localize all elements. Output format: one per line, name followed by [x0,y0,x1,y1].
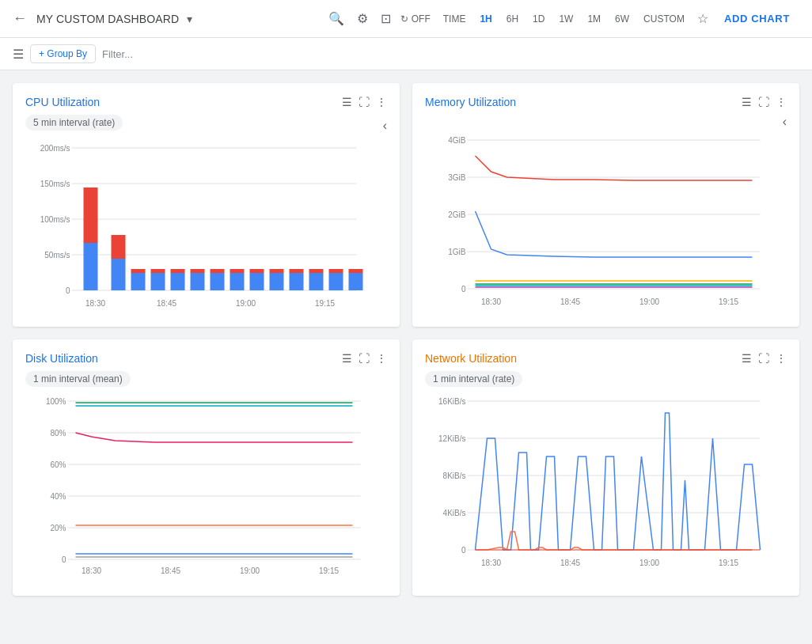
group-by-button[interactable]: + Group By [30,44,96,63]
cpu-card-header: CPU Utilization ☰ ⛶ ⋮ [25,96,387,108]
svg-text:18:45: 18:45 [161,566,180,575]
svg-text:19:00: 19:00 [236,299,256,308]
cpu-chart-title: CPU Utilization [25,96,342,108]
svg-text:18:30: 18:30 [82,566,101,575]
memory-list-icon[interactable]: ☰ [742,96,752,108]
time-btn-6h[interactable]: 6H [500,10,525,28]
time-options: TIME 1H 6H 1D 1W 1M 6W CUSTOM [437,10,691,28]
svg-rect-39 [309,269,324,273]
svg-text:40%: 40% [50,492,66,501]
memory-expand-icon[interactable]: ⛶ [758,96,769,108]
disk-card-icons: ☰ ⛶ ⋮ [342,352,387,365]
svg-rect-38 [290,269,304,273]
svg-rect-34 [211,269,225,273]
time-btn-1w[interactable]: 1W [552,10,579,28]
disk-chart-area: 100% 80% 60% 40% 20% 0 18:30 18:45 19:00… [25,393,387,583]
network-chart-title: Network Utilization [425,352,742,365]
cpu-more-icon[interactable]: ⋮ [376,96,387,108]
network-chart-area: 16KiB/s 12KiB/s 8KiB/s 4KiB/s 0 18:30 18… [425,393,787,583]
svg-rect-19 [191,273,205,290]
filter-menu-icon[interactable]: ☰ [13,47,24,62]
svg-rect-14 [84,243,98,290]
svg-text:18:30: 18:30 [85,299,105,308]
memory-chart-area: 4GiB 3GiB 2GiB 1GiB 0 18:30 18:45 19:00 … [425,132,787,314]
memory-collapse-icon[interactable]: ‹ [783,115,787,129]
time-btn-6w[interactable]: 6W [609,10,636,28]
svg-rect-16 [131,273,146,290]
svg-rect-21 [230,273,245,290]
svg-text:50ms/s: 50ms/s [44,251,70,259]
svg-rect-31 [151,269,165,273]
svg-text:19:00: 19:00 [639,559,659,567]
disk-list-icon[interactable]: ☰ [342,352,352,365]
network-more-icon[interactable]: ⋮ [776,352,787,365]
svg-text:100%: 100% [46,397,66,406]
memory-chart-title: Memory Utilization [425,96,742,108]
favorite-star-icon[interactable]: ☆ [697,11,708,26]
refresh-label: OFF [412,13,431,25]
network-utilization-card: Network Utilization ☰ ⛶ ⋮ 1 min interval… [412,339,799,596]
svg-rect-25 [309,273,324,290]
svg-rect-33 [191,269,205,273]
network-list-icon[interactable]: ☰ [742,352,752,365]
filter-input[interactable]: Filter... [102,48,133,60]
memory-card-icons: ☰ ⛶ ⋮ [742,96,787,108]
svg-rect-20 [211,273,225,290]
svg-text:18:30: 18:30 [481,559,501,567]
network-card-icons: ☰ ⛶ ⋮ [742,352,787,365]
title-dropdown-icon[interactable]: ▾ [187,13,192,25]
svg-text:19:00: 19:00 [639,297,659,306]
network-interval-badge: 1 min interval (rate) [425,371,522,387]
svg-text:19:00: 19:00 [240,566,260,575]
refresh-button[interactable]: ↻ OFF [400,13,431,25]
svg-text:4GiB: 4GiB [448,136,466,145]
disk-card-header: Disk Utilization ☰ ⛶ ⋮ [25,352,387,365]
cpu-utilization-card: CPU Utilization ☰ ⛶ ⋮ 5 min interval (ra… [13,83,400,327]
disk-utilization-card: Disk Utilization ☰ ⛶ ⋮ 1 min interval (m… [13,339,400,596]
disk-chart-title: Disk Utilization [25,352,342,365]
svg-rect-28 [84,188,98,243]
cpu-list-icon[interactable]: ☰ [342,96,352,108]
svg-text:0: 0 [62,555,66,564]
svg-text:3GiB: 3GiB [448,173,466,182]
time-btn-custom[interactable]: CUSTOM [637,10,691,28]
time-btn-time[interactable]: TIME [437,10,472,28]
memory-utilization-card: Memory Utilization ☰ ⛶ ⋮ ‹ 4GiB 3GiB 2Gi… [412,83,799,327]
refresh-icon: ↻ [400,13,408,25]
cpu-card-icons: ☰ ⛶ ⋮ [342,96,387,108]
svg-text:100ms/s: 100ms/s [40,215,70,224]
add-chart-button[interactable]: ADD CHART [715,8,799,29]
time-btn-1h[interactable]: 1H [473,10,498,28]
network-expand-icon[interactable]: ⛶ [758,352,769,365]
cpu-expand-icon[interactable]: ⛶ [359,96,370,108]
disk-interval-badge: 1 min interval (mean) [25,371,131,387]
svg-text:2GiB: 2GiB [448,210,466,219]
network-card-header: Network Utilization ☰ ⛶ ⋮ [425,352,787,365]
search-icon[interactable]: 🔍 [328,11,344,26]
dashboard-grid: CPU Utilization ☰ ⛶ ⋮ 5 min interval (ra… [0,70,812,608]
cpu-interval-badge: 5 min interval (rate) [25,115,123,131]
svg-text:19:15: 19:15 [719,559,738,567]
svg-rect-26 [329,273,343,290]
svg-rect-24 [290,273,304,290]
svg-text:20%: 20% [50,524,66,532]
time-btn-1m[interactable]: 1M [581,10,607,28]
svg-text:18:45: 18:45 [560,297,580,306]
cpu-collapse-icon[interactable]: ‹ [383,119,387,133]
svg-rect-18 [171,273,185,290]
time-btn-1d[interactable]: 1D [526,10,551,28]
svg-text:1GiB: 1GiB [448,248,466,256]
svg-rect-37 [270,269,284,273]
settings-icon[interactable]: ⚙ [357,11,368,26]
svg-text:19:15: 19:15 [319,566,339,575]
back-button[interactable]: ← [13,10,27,27]
fullscreen-icon[interactable]: ⊡ [381,11,391,26]
disk-expand-icon[interactable]: ⛶ [359,352,370,365]
disk-more-icon[interactable]: ⋮ [376,352,387,365]
group-by-label: + Group By [39,48,87,59]
memory-card-header: Memory Utilization ☰ ⛶ ⋮ [425,96,787,108]
svg-text:19:15: 19:15 [315,299,335,308]
memory-more-icon[interactable]: ⋮ [776,96,787,108]
svg-text:0: 0 [461,546,466,555]
svg-rect-15 [112,259,126,290]
